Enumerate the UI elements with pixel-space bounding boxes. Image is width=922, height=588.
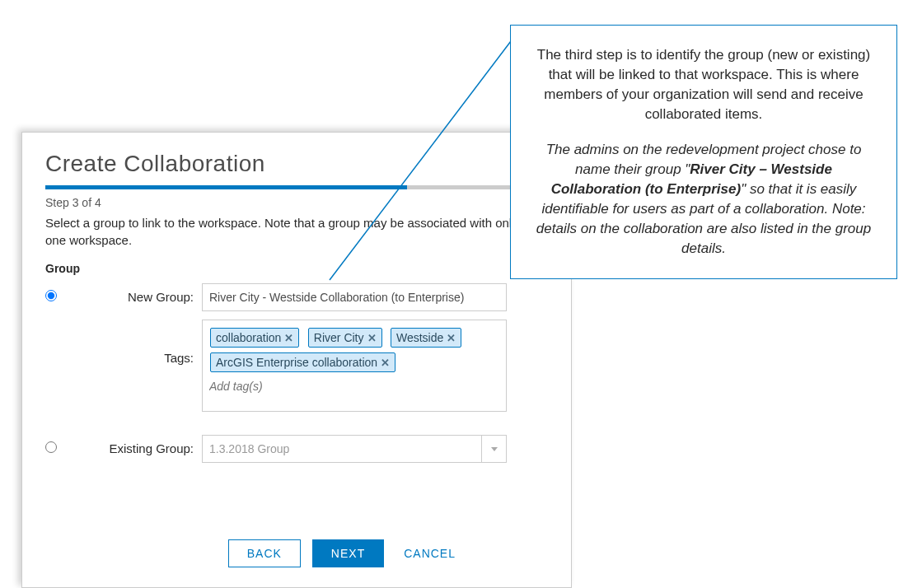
- tag-text: River City: [314, 331, 364, 344]
- tag[interactable]: ArcGIS Enterprise collaboration✕: [210, 352, 395, 372]
- group-section-heading: Group: [45, 262, 548, 275]
- new-group-radio[interactable]: [45, 290, 57, 301]
- tag-text: Westside: [396, 331, 443, 344]
- dialog-button-bar: BACK NEXT CANCEL: [45, 539, 464, 567]
- form-area: New Group: Tags: collaboration✕ River Ci…: [45, 283, 548, 463]
- dialog-title: Create Collaboration: [45, 151, 548, 177]
- tag-remove-icon[interactable]: ✕: [447, 332, 456, 344]
- callout-paragraph-1: The third step is to identify the group …: [532, 45, 875, 125]
- tag-remove-icon[interactable]: ✕: [284, 332, 293, 344]
- step-instruction: Select a group to link to the workspace.…: [45, 214, 540, 249]
- back-button[interactable]: BACK: [228, 539, 301, 567]
- tag[interactable]: collaboration✕: [210, 328, 299, 348]
- cancel-button[interactable]: CANCEL: [395, 539, 464, 567]
- new-group-label: New Group:: [70, 283, 194, 304]
- new-group-row: New Group:: [45, 283, 548, 311]
- progress-fill: [45, 185, 407, 189]
- tag-remove-icon[interactable]: ✕: [381, 357, 390, 369]
- callout-paragraph-2: The admins on the redevelopment project …: [532, 140, 875, 259]
- create-collaboration-dialog: Create Collaboration Step 3 of 4 Select …: [21, 132, 572, 588]
- tag[interactable]: Westside✕: [391, 328, 461, 348]
- tag-remove-icon[interactable]: ✕: [367, 332, 377, 344]
- existing-group-radio[interactable]: [45, 441, 57, 453]
- tags-row: Tags: collaboration✕ River City✕ Westsid…: [45, 320, 548, 412]
- tag[interactable]: River City✕: [308, 328, 382, 348]
- tag-text: ArcGIS Enterprise collaboration: [216, 356, 377, 369]
- step-label: Step 3 of 4: [45, 196, 548, 209]
- add-tag-input[interactable]: [208, 375, 331, 398]
- tags-box[interactable]: collaboration✕ River City✕ Westside✕ Arc…: [202, 320, 507, 412]
- new-group-name-input[interactable]: [202, 283, 507, 311]
- tags-label: Tags:: [70, 320, 194, 365]
- existing-group-selected: 1.3.2018 Group: [203, 442, 481, 455]
- next-button[interactable]: NEXT: [312, 539, 384, 567]
- chevron-down-icon: [491, 447, 498, 451]
- existing-group-label: Existing Group:: [70, 435, 194, 455]
- existing-group-dropdown[interactable]: 1.3.2018 Group: [202, 435, 507, 463]
- dropdown-caret[interactable]: [481, 436, 506, 462]
- annotation-callout: The third step is to identify the group …: [510, 25, 897, 279]
- existing-group-row: Existing Group: 1.3.2018 Group: [45, 435, 548, 463]
- tag-text: collaboration: [216, 331, 281, 344]
- progress-bar: [45, 185, 548, 189]
